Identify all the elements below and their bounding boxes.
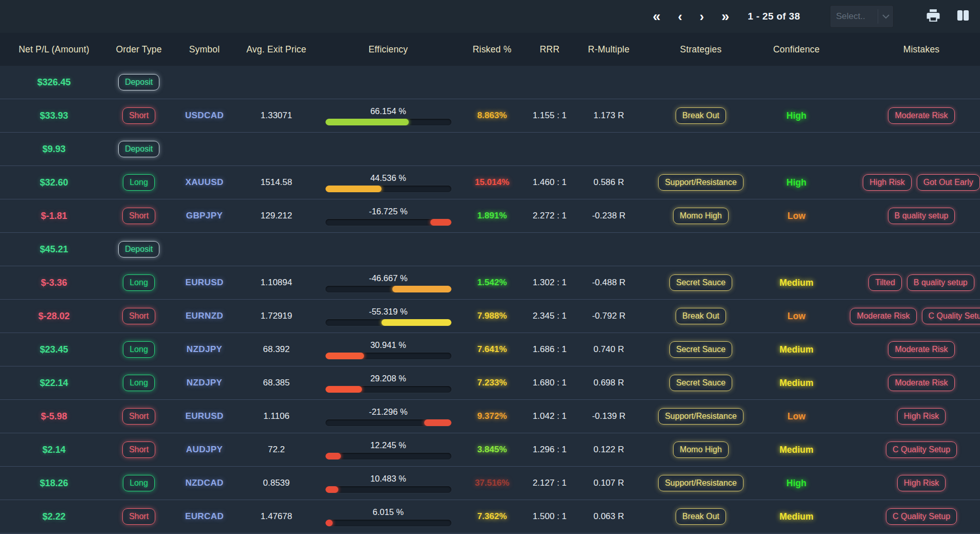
top-toolbar: « ‹ › » 1 - 25 of 38 Select.. <box>0 0 980 33</box>
header-mistakes[interactable]: Mistakes <box>831 44 980 55</box>
r-multiple-value: 0.586 R <box>578 177 640 188</box>
r-multiple-value: 0.107 R <box>578 478 640 488</box>
first-page-button[interactable]: « <box>652 10 660 24</box>
header-r-multiple[interactable]: R-Multiple <box>578 44 640 55</box>
order-type-cell: Long <box>108 375 170 391</box>
header-risked[interactable]: Risked % <box>463 44 521 55</box>
symbol-value: NZDCAD <box>170 478 239 488</box>
net-pl-value: $-28.02 <box>0 311 108 322</box>
mistake-badge: C Quality Setup <box>922 308 980 324</box>
rrr-value: 1.296 : 1 <box>521 445 578 455</box>
page-size-select[interactable]: Select.. <box>830 5 894 28</box>
mistake-badge: Moderate Risk <box>888 375 954 391</box>
confidence-cell: Low <box>762 311 831 322</box>
header-strategies[interactable]: Strategies <box>640 44 762 55</box>
net-pl-value: $32.60 <box>0 177 108 188</box>
risked-cell: 3.845% <box>463 445 521 455</box>
order-type-badge: Short <box>122 208 155 224</box>
risked-value: 7.988% <box>477 311 507 321</box>
table-row[interactable]: $326.45 Deposit <box>0 66 980 99</box>
header-rrr[interactable]: RRR <box>521 44 578 55</box>
efficiency-value: 66.154 % <box>370 106 406 116</box>
confidence-cell: High <box>762 177 831 188</box>
confidence-value: Medium <box>779 378 813 389</box>
table-row[interactable]: $9.93 Deposit <box>0 133 980 166</box>
efficiency-bar-fill <box>325 353 365 359</box>
efficiency-meter: 44.536 % <box>325 173 451 192</box>
header-net-pl[interactable]: Net P/L (Amount) <box>0 44 108 55</box>
strategy-badge: Momo High <box>673 441 729 458</box>
last-page-button[interactable]: » <box>721 10 729 24</box>
net-pl-value: $9.93 <box>0 144 108 155</box>
header-confidence[interactable]: Confidence <box>762 44 831 55</box>
symbol-value: XAUUSD <box>170 177 239 188</box>
column-layout-button[interactable] <box>955 8 971 25</box>
r-multiple-value: 0.740 R <box>578 344 640 355</box>
order-type-cell: Short <box>108 308 170 324</box>
mistakes-cell: C Quality Setup <box>831 441 980 458</box>
net-pl-value: $-5.98 <box>0 411 108 422</box>
efficiency-bar-fill <box>325 520 333 526</box>
symbol-value: GBPJPY <box>170 211 239 221</box>
strategy-badge: Support/Resistance <box>658 475 743 491</box>
efficiency-meter: -46.667 % <box>325 273 451 292</box>
net-pl-value: $18.26 <box>0 478 108 489</box>
rrr-value: 1.460 : 1 <box>521 177 578 188</box>
table-row[interactable]: $23.45 Long NZDJPY 68.392 30.941 % 7.641… <box>0 333 980 366</box>
efficiency-meter: -55.319 % <box>325 307 451 326</box>
confidence-value: Medium <box>779 511 813 522</box>
confidence-cell: Medium <box>762 445 831 455</box>
confidence-cell: Medium <box>762 378 831 389</box>
table-row[interactable]: $33.93 Short USDCAD 1.33071 66.154 % 8.8… <box>0 99 980 133</box>
table-row[interactable]: $22.14 Long NZDJPY 68.385 29.208 % 7.233… <box>0 366 980 400</box>
efficiency-value: 6.015 % <box>373 507 404 517</box>
table-row[interactable]: $-5.98 Short EURUSD 1.1106 -21.296 % 9.3… <box>0 400 980 433</box>
symbol-value: EURCAD <box>170 511 239 522</box>
efficiency-bar-track <box>325 486 451 493</box>
confidence-value: High <box>787 478 807 489</box>
confidence-cell: Low <box>762 211 831 222</box>
table-row[interactable]: $-3.36 Long EURUSD 1.10894 -46.667 % 1.5… <box>0 266 980 300</box>
symbol-value: EURUSD <box>170 411 239 421</box>
table-row[interactable]: $18.26 Long NZDCAD 0.8539 10.483 % 37.51… <box>0 467 980 500</box>
next-page-button[interactable]: › <box>700 10 704 23</box>
efficiency-bar-track <box>325 219 451 226</box>
mistake-badge: B quality setup <box>888 208 955 224</box>
order-type-badge: Short <box>122 107 155 124</box>
order-type-cell: Short <box>108 508 170 525</box>
header-avg-exit-price[interactable]: Avg. Exit Price <box>239 44 314 55</box>
prev-page-button[interactable]: ‹ <box>678 10 682 23</box>
table-row[interactable]: $2.14 Short AUDJPY 72.2 12.245 % 3.845% … <box>0 433 980 467</box>
r-multiple-value: -0.139 R <box>578 411 640 421</box>
risked-cell: 15.014% <box>463 177 521 188</box>
risked-value: 7.362% <box>477 511 507 522</box>
efficiency-cell: 30.941 % <box>314 340 463 359</box>
efficiency-cell: 29.208 % <box>314 374 463 393</box>
header-symbol[interactable]: Symbol <box>170 44 239 55</box>
table-row[interactable]: $-28.02 Short EURNZD 1.72919 -55.319 % 7… <box>0 300 980 333</box>
mistake-badge: Moderate Risk <box>888 107 954 124</box>
risked-value: 1.891% <box>477 211 507 221</box>
efficiency-meter: 66.154 % <box>325 106 451 125</box>
risked-value: 3.845% <box>477 445 507 455</box>
header-efficiency[interactable]: Efficiency <box>314 44 463 55</box>
risked-cell: 37.516% <box>463 478 521 488</box>
net-pl-value: $22.14 <box>0 378 108 389</box>
efficiency-bar-track <box>325 419 451 426</box>
efficiency-meter: 29.208 % <box>325 374 451 393</box>
table-row[interactable]: $2.22 Short EURCAD 1.47678 6.015 % 7.362… <box>0 500 980 533</box>
header-order-type[interactable]: Order Type <box>108 44 170 55</box>
strategies-cell: Break Out <box>640 508 762 525</box>
order-type-badge: Deposit <box>118 74 159 90</box>
table-row[interactable]: $-1.81 Short GBPJPY 129.212 -16.725 % 1.… <box>0 199 980 233</box>
print-button[interactable] <box>925 8 941 25</box>
efficiency-bar-fill <box>325 186 382 192</box>
rrr-value: 1.686 : 1 <box>521 344 578 355</box>
table-row[interactable]: $45.21 Deposit <box>0 233 980 266</box>
table-row[interactable]: $32.60 Long XAUUSD 1514.58 44.536 % 15.0… <box>0 166 980 199</box>
risked-value: 7.641% <box>477 344 507 355</box>
strategy-badge: Support/Resistance <box>658 174 743 191</box>
efficiency-meter: 10.483 % <box>325 474 451 493</box>
order-type-badge: Short <box>122 308 155 324</box>
mistake-badge: High Risk <box>863 174 911 191</box>
